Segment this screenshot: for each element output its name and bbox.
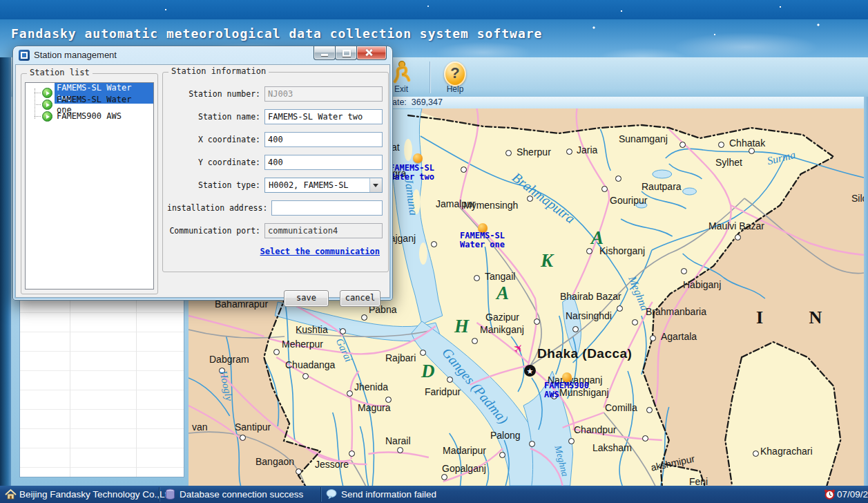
x-coordinate-input[interactable]: [264, 132, 383, 147]
city-dot: [340, 328, 346, 334]
close-button[interactable]: [356, 46, 387, 60]
map-city-label: Agartala: [661, 331, 697, 342]
city-dot: [302, 373, 309, 379]
minimize-button[interactable]: [314, 46, 336, 60]
communication-port-label: Communication port:: [167, 226, 264, 236]
coordinate-readout: nate: 369,347: [387, 97, 443, 108]
country-label-india: I N D I: [756, 307, 864, 328]
station-marker-dot[interactable]: [413, 153, 423, 163]
station-number-label: Station number:: [167, 89, 264, 99]
help-question-icon: [444, 61, 466, 86]
map-city-label: Sylhet: [715, 157, 742, 168]
map-city-label: Faridpur: [425, 386, 461, 397]
map-city-label: Comilla: [605, 402, 637, 413]
map-city-label: Gopalganj: [442, 463, 486, 474]
city-dot: [749, 148, 755, 154]
toolbar-separator: [430, 61, 430, 93]
home-icon: [5, 488, 17, 500]
status-bar: Beijing Fandasky Technology Co.,Ltd. Dat…: [0, 486, 868, 503]
tree-item[interactable]: FAMEMS900 AWS: [26, 111, 153, 122]
help-label: Help: [435, 84, 475, 94]
city-dot: [461, 167, 467, 173]
y-coordinate-input[interactable]: [264, 155, 383, 170]
city-dot: [572, 326, 579, 332]
city-dot: [347, 390, 353, 397]
help-button[interactable]: Help: [435, 59, 475, 95]
station-type-value: H0002, FAMEMS-SL: [269, 180, 349, 190]
city-dot: [615, 175, 621, 182]
map-city-label: Chuadanga: [285, 359, 335, 370]
cancel-button[interactable]: cancel: [340, 290, 380, 307]
city-dot: [568, 438, 575, 444]
station-marker-label[interactable]: FAMEMS-SL Water one: [460, 231, 505, 249]
city-dot: [499, 452, 505, 458]
status-send: Send information failed: [341, 486, 436, 503]
tree-item-label: FAMEMS900 AWS: [55, 111, 124, 122]
application-window: Fandasky automatic meteorological data c…: [0, 0, 868, 503]
city-dot: [431, 241, 437, 247]
map-city-label: Manikganj: [480, 324, 524, 335]
dialog-titlebar[interactable]: Station management: [13, 46, 392, 64]
status-database: Database connection success: [180, 486, 303, 503]
city-dot: [385, 397, 392, 403]
station-name-label: Station name:: [167, 112, 264, 122]
map-city-label: Bhairab Bazar: [560, 291, 621, 302]
map-city-label: Tangail: [485, 271, 515, 282]
city-dot: [240, 435, 246, 441]
chevron-down-icon[interactable]: [369, 178, 382, 192]
station-node-icon: [42, 99, 52, 110]
save-button[interactable]: save: [284, 290, 329, 307]
station-management-dialog: Station management Station list FAMEMS-S…: [12, 46, 393, 301]
city-dot: [735, 234, 741, 240]
status-separator: [320, 487, 321, 502]
division-letter: A: [496, 283, 509, 304]
maximize-button[interactable]: [335, 46, 357, 60]
city-dot: [361, 314, 367, 321]
map-city-label: van: [192, 421, 208, 433]
database-icon: [164, 488, 176, 500]
station-info-group-label: Station information: [168, 66, 269, 76]
dialog-body: Station list FAMEMS-SL Water twoFAMEMS-S…: [15, 64, 390, 298]
river-label: Surma: [766, 149, 797, 168]
city-dot: [474, 275, 480, 281]
status-date: 07/09/20: [837, 486, 868, 503]
map-city-label: Brahmanbaria: [646, 306, 706, 317]
station-tree[interactable]: FAMEMS-SL Water twoFAMEMS-SL Water oneFA…: [25, 82, 154, 290]
city-dot: [273, 349, 280, 355]
map-city-label: Kushtia: [296, 324, 328, 335]
map-city-label: Narsinghdi: [566, 310, 612, 321]
map-city-label: Chandpur: [574, 424, 617, 435]
station-type-select[interactable]: H0002, FAMEMS-SL: [264, 178, 383, 193]
select-communication-link[interactable]: Select the communication: [260, 247, 380, 256]
city-dot: [601, 186, 608, 192]
map-city-label: Bangaon: [255, 456, 294, 467]
city-dot: [586, 248, 592, 254]
city-dot: [679, 142, 686, 148]
station-info-fields: Station number:Station name:X coordinate…: [163, 75, 388, 238]
installation-address-input[interactable]: [271, 200, 383, 216]
x-coordinate-label: X coordinate:: [167, 135, 264, 144]
tree-connector: [35, 93, 41, 94]
map-city-label: Maulvi Bazar: [708, 220, 764, 231]
map-city-label: Jhenida: [354, 381, 388, 392]
tree-connector: [35, 104, 41, 106]
map-city-label: Dabgram: [209, 354, 249, 365]
station-marker-label[interactable]: FAMEMS-SL Water two: [389, 164, 434, 182]
station-marker-label[interactable]: FAMEMS900 AWS: [544, 381, 589, 399]
city-dot: [681, 268, 687, 274]
station-name-input[interactable]: [264, 109, 383, 124]
city-dot: [632, 319, 638, 325]
city-dot: [349, 450, 355, 457]
map-city-label: Sunamganj: [619, 133, 668, 144]
map-city-label: Narail: [385, 435, 411, 446]
map-city-label: Laksham: [592, 442, 632, 453]
dialog-app-icon: [19, 50, 30, 61]
river-label: Brahmaputra: [509, 169, 578, 227]
station-number-input: [264, 86, 383, 102]
river-label: Meghna: [552, 444, 570, 477]
division-letter: A: [591, 227, 604, 249]
status-company: Beijing Fandasky Technology Co.,Ltd.: [19, 486, 175, 503]
tree-item[interactable]: FAMEMS-SL Water one: [26, 99, 153, 111]
communication-port-input: [264, 223, 383, 238]
capital-star-icon: [524, 365, 536, 377]
